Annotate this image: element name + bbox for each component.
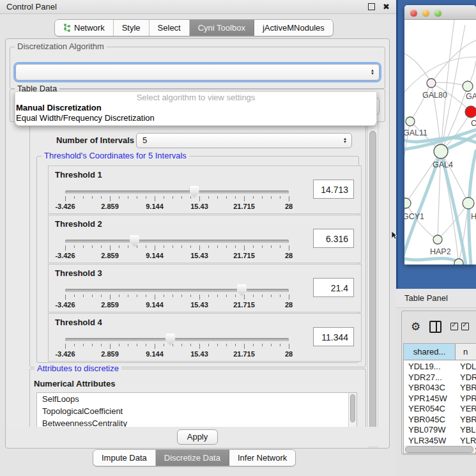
attribute-item[interactable]: TopologicalCoefficient bbox=[37, 405, 357, 417]
table-horizontal-scrollbar[interactable] bbox=[404, 445, 475, 453]
slider-tick bbox=[92, 295, 93, 297]
list-scrollbar-thumb[interactable] bbox=[350, 394, 355, 422]
attribute-item[interactable]: SelfLoops bbox=[37, 393, 357, 405]
float-window-icon[interactable] bbox=[368, 3, 375, 10]
network-node[interactable] bbox=[433, 235, 442, 244]
network-node[interactable] bbox=[465, 106, 476, 118]
network-node[interactable] bbox=[463, 81, 473, 91]
slider-tick bbox=[101, 295, 102, 297]
slider-tick bbox=[146, 196, 146, 199]
table-row[interactable]: YBR043CYBR0 bbox=[404, 382, 476, 393]
slider-tick bbox=[92, 245, 93, 248]
slider-thumb[interactable] bbox=[165, 334, 175, 346]
panel-scrollbar-thumb[interactable] bbox=[369, 131, 376, 439]
network-edge[interactable] bbox=[431, 40, 476, 83]
slider-tick bbox=[190, 245, 191, 248]
network-edge[interactable] bbox=[410, 83, 431, 121]
numerical-attributes-list[interactable]: SelfLoopsTopologicalCoefficientBetweenne… bbox=[36, 392, 357, 429]
threshold-value-field[interactable]: 14.713 bbox=[313, 180, 354, 199]
tab-label: Cyni Toolbox bbox=[198, 20, 245, 36]
slider-tick-label: -3.426 bbox=[55, 350, 75, 358]
close-icon[interactable]: ✖ bbox=[383, 4, 390, 10]
apply-button[interactable]: Apply bbox=[177, 429, 218, 445]
slider-tick bbox=[271, 245, 272, 248]
checkbox-icon[interactable] bbox=[461, 323, 469, 330]
slider-tick bbox=[271, 196, 272, 199]
network-node[interactable] bbox=[427, 79, 436, 88]
network-canvas[interactable]: GAL80GACGAL11GAL4GCY1HHAP2 bbox=[404, 20, 476, 265]
network-edge[interactable] bbox=[404, 52, 431, 83]
checkbox-icon[interactable] bbox=[450, 323, 458, 330]
table-row[interactable]: YDR27...YDR2 bbox=[404, 372, 476, 383]
slider-thumb[interactable] bbox=[130, 235, 139, 247]
table-row[interactable]: YBR045CYBR0 bbox=[404, 414, 476, 425]
tab-network[interactable]: Network bbox=[55, 20, 114, 36]
slider-tick bbox=[65, 344, 66, 349]
slider-tick bbox=[137, 196, 137, 199]
network-edge[interactable] bbox=[406, 151, 441, 203]
tab-jactivemnodules[interactable]: jActiveMNodules bbox=[254, 20, 333, 36]
slider-tick bbox=[164, 295, 164, 297]
slider-tick bbox=[253, 245, 254, 248]
slider-track[interactable] bbox=[65, 190, 289, 194]
network-node[interactable] bbox=[454, 259, 463, 265]
table-row[interactable]: YLR345WYLR3 bbox=[404, 435, 476, 446]
tab-cyni-toolbox[interactable]: Cyni Toolbox bbox=[190, 20, 254, 36]
slider-tick-label: 21.715 bbox=[233, 252, 255, 259]
slider-track[interactable] bbox=[65, 289, 289, 292]
threshold-value-field[interactable]: 21.4 bbox=[313, 278, 354, 297]
slider-tick bbox=[244, 245, 245, 250]
close-traffic-light-icon[interactable] bbox=[410, 10, 417, 17]
slider-tick bbox=[181, 196, 182, 199]
control-panel-titlebar: Control Panel ✖ bbox=[0, 0, 396, 14]
network-node[interactable] bbox=[406, 117, 415, 126]
table-row[interactable]: YPR145WYPR1 bbox=[404, 393, 476, 404]
network-node-label: GCY1 bbox=[404, 212, 424, 221]
threshold-value-field[interactable]: 11.344 bbox=[313, 327, 354, 346]
threshold-value-field[interactable]: 6.316 bbox=[313, 229, 354, 248]
table-row[interactable]: YBL079WYBL0 bbox=[404, 424, 476, 435]
tab-select[interactable]: Select bbox=[150, 20, 190, 36]
slider-track[interactable] bbox=[65, 240, 289, 243]
tab-label: Style bbox=[122, 20, 141, 36]
table-row[interactable]: YDL19...YDL1 bbox=[404, 361, 476, 372]
tab-infer-network[interactable]: Infer Network bbox=[229, 450, 295, 466]
table-scrollbar-thumb[interactable] bbox=[405, 446, 473, 453]
number-of-intervals-combobox[interactable]: 5 ▲▼ bbox=[136, 133, 352, 148]
slider-track[interactable] bbox=[65, 338, 289, 341]
network-edge[interactable] bbox=[441, 25, 465, 151]
gear-icon[interactable]: ⚙ bbox=[411, 321, 420, 332]
algorithm-option[interactable]: Equal Width/Frequency Discretization bbox=[15, 113, 376, 123]
cell-name: YDL1 bbox=[460, 361, 476, 372]
algorithm-option[interactable]: Manual Discretization bbox=[15, 103, 376, 113]
table-row[interactable]: YER054CYER0 bbox=[404, 403, 476, 414]
network-node[interactable] bbox=[463, 197, 474, 209]
slider-tick bbox=[83, 196, 84, 199]
network-node-label: GAL11 bbox=[404, 128, 427, 137]
network-edge[interactable] bbox=[441, 151, 468, 203]
network-node[interactable] bbox=[404, 198, 411, 208]
network-edge[interactable] bbox=[441, 20, 454, 151]
node-table[interactable]: shared... n YDL19...YDL1YDR27...YDR2YBR0… bbox=[403, 343, 476, 454]
zoom-traffic-light-icon[interactable] bbox=[434, 10, 441, 17]
split-columns-icon[interactable] bbox=[429, 321, 441, 333]
slider-tick bbox=[226, 245, 227, 248]
slider-tick-label: 2.859 bbox=[101, 203, 119, 210]
slider-tick bbox=[262, 196, 263, 199]
tab-discretize-data[interactable]: Discretize Data bbox=[156, 450, 229, 466]
slider-tick bbox=[92, 344, 93, 346]
threshold-panel: Threshold 4-3.4262.8599.14415.4321.71528… bbox=[48, 313, 362, 362]
algorithm-combobox[interactable]: ▲▼ bbox=[15, 64, 380, 81]
tab-impute-data[interactable]: Impute Data bbox=[93, 450, 156, 466]
slider-tick bbox=[146, 295, 146, 297]
panel-scrollbar[interactable] bbox=[367, 122, 378, 447]
minimize-traffic-light-icon[interactable] bbox=[422, 10, 429, 17]
tab-style[interactable]: Style bbox=[114, 20, 150, 36]
column-header-shared[interactable]: shared... bbox=[404, 344, 456, 360]
column-header-name[interactable]: n bbox=[456, 344, 476, 360]
slider-thumb[interactable] bbox=[237, 284, 247, 296]
list-scrollbar[interactable] bbox=[348, 393, 357, 428]
network-node[interactable] bbox=[434, 144, 448, 158]
tab-label: Network bbox=[74, 20, 105, 36]
slider-tick bbox=[92, 196, 93, 199]
